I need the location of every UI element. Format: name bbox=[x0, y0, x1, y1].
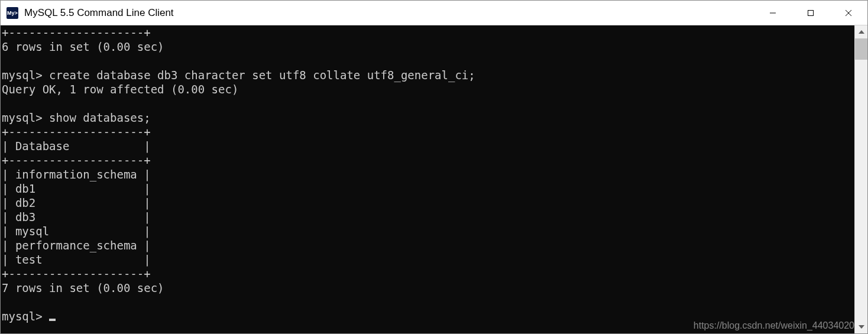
titlebar[interactable]: My> MySQL 5.5 Command Line Client bbox=[1, 1, 867, 25]
minimize-button[interactable] bbox=[754, 1, 792, 25]
terminal-line: mysql> bbox=[2, 310, 49, 323]
mysql-icon: My> bbox=[7, 7, 18, 19]
close-button[interactable] bbox=[830, 1, 867, 25]
terminal-line: mysql> create database db3 character set… bbox=[2, 69, 475, 82]
terminal-line: | db1 | bbox=[2, 182, 151, 195]
terminal-line: 7 rows in set (0.00 sec) bbox=[2, 281, 164, 294]
terminal-line: mysql> show databases; bbox=[2, 111, 151, 124]
scrollbar[interactable] bbox=[854, 25, 867, 333]
scroll-up-arrow-icon[interactable] bbox=[855, 25, 867, 38]
terminal-line: +--------------------+ bbox=[2, 26, 151, 39]
terminal-line: | test | bbox=[2, 253, 151, 266]
scroll-down-arrow-icon[interactable] bbox=[855, 320, 867, 333]
terminal-line: +--------------------+ bbox=[2, 125, 151, 138]
terminal-line: | db3 | bbox=[2, 210, 151, 223]
window-controls bbox=[754, 1, 867, 25]
terminal-line: | mysql | bbox=[2, 225, 151, 238]
window-title: MySQL 5.5 Command Line Client bbox=[24, 7, 754, 19]
scroll-track[interactable] bbox=[855, 38, 867, 320]
scroll-thumb[interactable] bbox=[855, 38, 867, 60]
terminal-line: | db2 | bbox=[2, 196, 151, 209]
terminal-line: +--------------------+ bbox=[2, 154, 151, 167]
terminal-wrapper: +--------------------+ 6 rows in set (0.… bbox=[1, 25, 867, 333]
app-window: My> MySQL 5.5 Command Line Client +-----… bbox=[0, 0, 868, 334]
terminal-line: 6 rows in set (0.00 sec) bbox=[2, 40, 164, 53]
terminal[interactable]: +--------------------+ 6 rows in set (0.… bbox=[1, 25, 854, 333]
maximize-button[interactable] bbox=[792, 1, 830, 25]
svg-rect-1 bbox=[808, 10, 814, 15]
terminal-line: Query OK, 1 row affected (0.00 sec) bbox=[2, 83, 238, 96]
terminal-line: | performance_schema | bbox=[2, 239, 151, 252]
terminal-line: | Database | bbox=[2, 140, 151, 153]
terminal-line: +--------------------+ bbox=[2, 267, 151, 280]
terminal-line: | information_schema | bbox=[2, 168, 151, 181]
cursor-icon bbox=[49, 319, 56, 321]
